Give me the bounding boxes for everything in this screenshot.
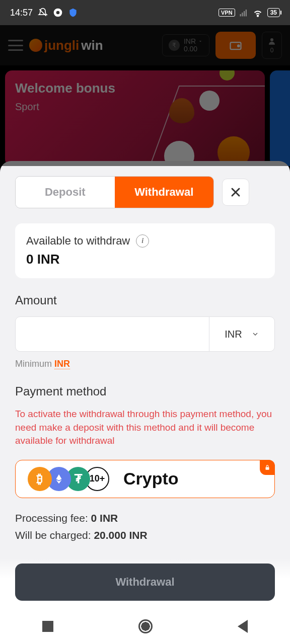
processing-fee: Processing fee: 0 INR [15,512,275,524]
home-button[interactable] [138,619,153,633]
available-value: 0 INR [26,252,264,267]
close-button[interactable] [222,179,249,206]
amount-input[interactable] [16,317,209,351]
payment-method-crypto[interactable]: ₿ ₮ 10+ Crypto [15,460,275,498]
tab-withdrawal[interactable]: Withdrawal [115,177,214,208]
chrome-icon [53,8,63,18]
svg-point-6 [257,15,258,16]
payment-method-label: Payment method [15,384,275,398]
svg-point-1 [56,11,60,15]
lock-icon [260,460,275,475]
tab-deposit[interactable]: Deposit [16,177,115,208]
status-time: 14:57 [10,8,33,18]
tabs: Deposit Withdrawal [15,176,214,208]
info-icon[interactable]: i [136,234,149,248]
method-name: Crypto [123,469,179,489]
withdraw-button[interactable]: Withdrawal [15,564,275,601]
notifications-off-icon [38,8,48,18]
amount-row: INR [15,316,275,352]
svg-rect-5 [245,10,246,17]
minimum-note: Minimum INR [15,359,275,369]
available-card: Available to withdraw i 0 INR [15,223,275,278]
banner-area: Welcome bonus Sport [0,65,290,166]
withdrawal-sheet: Deposit Withdrawal Available to withdraw… [0,161,290,609]
bottom-fade: Withdrawal [0,558,290,609]
svg-rect-2 [240,14,241,17]
svg-rect-3 [242,13,243,17]
min-inr-link[interactable]: INR [54,359,70,369]
battery-icon: 35 [267,8,280,17]
app-header: jungliwin ₹ INR 0.00 0 [0,25,290,65]
svg-rect-4 [244,11,245,17]
available-label: Available to withdraw [26,234,130,248]
currency-select[interactable]: INR [209,317,274,351]
svg-rect-10 [266,467,269,469]
system-nav-bar [0,609,290,644]
wifi-icon [252,7,263,18]
payment-warning: To activate the withdrawal through this … [15,408,275,448]
shield-icon [68,8,78,18]
recents-button[interactable] [42,621,53,632]
status-bar: 14:57 VPN 35 [0,0,290,25]
back-button[interactable] [238,620,248,633]
bitcoin-icon: ₿ [28,467,52,491]
amount-label: Amount [15,293,275,307]
signal-icon [239,8,248,17]
vpn-badge: VPN [219,9,235,17]
will-be-charged: Will be charged: 20.000 INR [15,529,275,541]
